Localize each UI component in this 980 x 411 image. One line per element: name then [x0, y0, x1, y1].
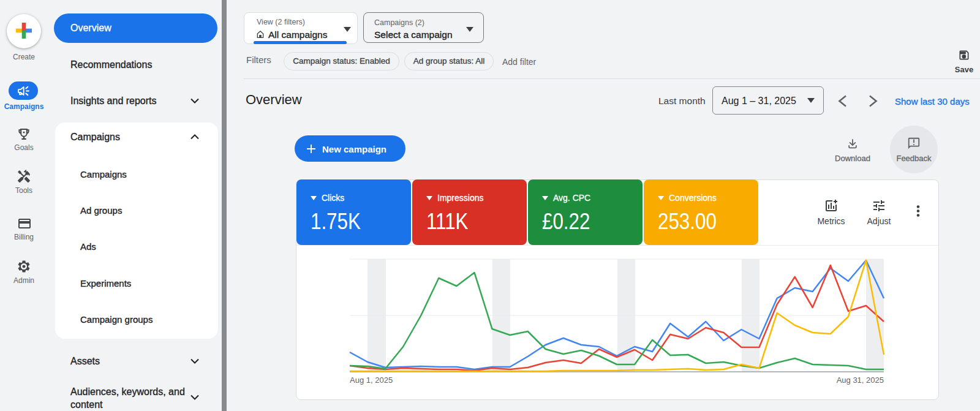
svg-text:Aug 1, 2025: Aug 1, 2025: [350, 375, 393, 385]
svg-text:Aug 31, 2025: Aug 31, 2025: [837, 375, 884, 385]
